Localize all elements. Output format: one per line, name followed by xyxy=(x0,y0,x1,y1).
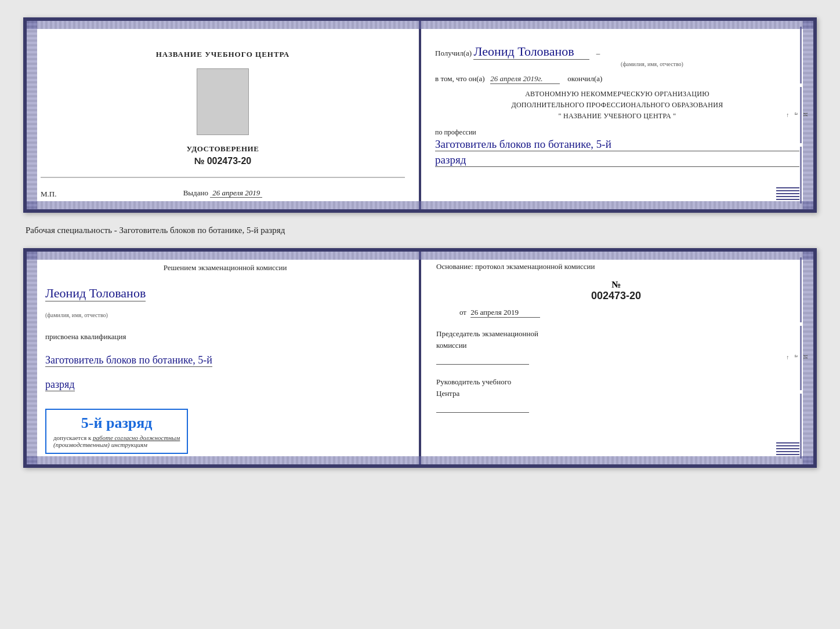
profession-label-1: по профессии xyxy=(435,128,799,137)
chairman-section-2: Председатель экзаменационной комиссии xyxy=(436,328,796,365)
recipient-name-1: Леонид Толованов xyxy=(473,44,589,60)
vline-1 xyxy=(800,27,802,83)
issued-row-1: Выдано 26 апреля 2019 xyxy=(183,188,263,198)
vline-r1 xyxy=(800,257,802,322)
dash-r1 xyxy=(776,442,799,443)
profession-section-1: по профессии Заготовитель блоков по бота… xyxy=(435,128,799,167)
vtom-text-1: в том, что он(а) xyxy=(435,74,485,83)
issued-date-1: 26 апреля 2019 xyxy=(210,188,262,198)
stamp-admits-2: допускается к работе согласно должностны… xyxy=(53,434,180,441)
decision-text-2: Решением экзаменационной комиссии xyxy=(45,262,405,274)
stamp-rank-2: 5-й разряд xyxy=(53,415,180,432)
dash-r2 xyxy=(776,445,799,446)
dash-r3 xyxy=(776,448,799,449)
cert-right-1: Получил(а) Леонид Толованов – (фамилия, … xyxy=(419,21,813,209)
assigned-text-2: присвоена квалификация xyxy=(45,332,126,341)
dash-5 xyxy=(776,199,799,200)
name-value-2: Леонид Толованов xyxy=(45,286,146,301)
chairman-line1-2: Председатель экзаменационной xyxy=(436,328,796,340)
director-section-2: Руководитель учебного Центра xyxy=(436,376,796,413)
proto-number-2: 002473-20 xyxy=(436,290,796,302)
separator-1 xyxy=(41,177,405,178)
proto-section-2: № 002473-20 xyxy=(436,279,796,302)
cert-number-1: 002473-20 xyxy=(207,156,252,166)
cert-left-1: НАЗВАНИЕ УЧЕБНОГО ЦЕНТРА УДОСТОВЕРЕНИЕ №… xyxy=(27,21,419,209)
page-container: НАЗВАНИЕ УЧЕБНОГО ЦЕНТРА УДОСТОВЕРЕНИЕ №… xyxy=(12,12,828,474)
dash-r4 xyxy=(776,451,799,452)
left-stripe-1 xyxy=(27,21,37,209)
vline-3 xyxy=(800,147,802,203)
dash-3 xyxy=(776,193,799,194)
profession-value-2: Заготовитель блоков по ботанике, 5-й xyxy=(45,354,212,367)
director-line1-2: Руководитель учебного xyxy=(436,376,796,388)
director-line2-2: Центра xyxy=(436,388,796,399)
cert1-date-val: 26 апреля 2019г. xyxy=(490,74,560,84)
received-label-1: Получил(а) xyxy=(435,49,472,57)
vline-r3 xyxy=(800,394,802,459)
vert-letters-1: И а ← xyxy=(785,112,809,118)
specialty-text: Рабочая специальность - Заготовитель бло… xyxy=(23,226,817,235)
school-name-1: НАЗВАНИЕ УЧЕБНОГО ЦЕНТРА xyxy=(156,50,290,59)
stamp-italic-2: (производственным) инструкциям xyxy=(53,441,180,448)
director-sign-line xyxy=(436,402,529,413)
chairman-sign-line xyxy=(436,354,529,365)
chairman-line2-2: комиссии xyxy=(436,340,796,351)
finished-label-1: окончил(а) xyxy=(567,74,602,83)
number-prefix-2: № xyxy=(611,279,621,289)
cert-title-1: УДОСТОВЕРЕНИЕ xyxy=(187,144,259,154)
date-value-2: 26 апреля 2019 xyxy=(470,308,540,318)
bottom-dashes-2 xyxy=(776,442,799,455)
rank-value-1: разряд xyxy=(435,154,799,167)
basis-text-2: Основание: протокол экзаменационной коми… xyxy=(436,262,796,271)
cert-number-label-1: № xyxy=(194,156,205,166)
org-text-1: АВТОНОМНУЮ НЕКОММЕРЧЕСКУЮ ОРГАНИЗАЦИЮ ДО… xyxy=(435,89,799,122)
cert-book-1: НАЗВАНИЕ УЧЕБНОГО ЦЕНТРА УДОСТОВЕРЕНИЕ №… xyxy=(23,17,817,213)
vert-letters-2: И а ← xyxy=(785,355,809,361)
profession-value-1: Заготовитель блоков по ботанике, 5-й xyxy=(435,138,799,151)
fio-label-2: (фамилия, имя, отчество) xyxy=(45,312,108,318)
issued-label-1: Выдано xyxy=(183,188,208,197)
dash-r5 xyxy=(776,454,799,455)
vtom-row-1: в том, что он(а) 26 апреля 2019г. окончи… xyxy=(435,74,799,84)
fio-label-1: (фамилия, имя, отчество) xyxy=(505,61,799,67)
rank-value-2: разряд xyxy=(45,379,75,391)
org-line3-1: " НАЗВАНИЕ УЧЕБНОГО ЦЕНТРА " xyxy=(435,111,799,122)
org-line1-1: АВТОНОМНУЮ НЕКОММЕРЧЕСКУЮ ОРГАНИЗАЦИЮ xyxy=(435,89,799,100)
left-stripe-2 xyxy=(27,252,37,464)
dash-4 xyxy=(776,196,799,197)
cert-right-2: Основание: протокол экзаменационной коми… xyxy=(419,252,813,464)
date-prefix-2: от xyxy=(459,308,466,317)
mp-label-1: М.П. xyxy=(41,190,56,199)
dash-2 xyxy=(776,190,799,191)
stamp-box-2: 5-й разряд допускается к работе согласно… xyxy=(45,409,188,454)
org-line2-1: ДОПОЛНИТЕЛЬНОГО ПРОФЕССИОНАЛЬНОГО ОБРАЗО… xyxy=(435,100,799,111)
bottom-dashes-1 xyxy=(776,187,799,200)
photo-placeholder-1 xyxy=(197,68,249,135)
cert-left-2: Решением экзаменационной комиссии Леонид… xyxy=(27,252,419,464)
date-row-2: от 26 апреля 2019 xyxy=(459,308,796,318)
right-header-1: Получил(а) Леонид Толованов – (фамилия, … xyxy=(435,44,799,67)
cert-book-2: Решением экзаменационной комиссии Леонид… xyxy=(23,248,817,468)
dash-1 xyxy=(776,187,799,188)
